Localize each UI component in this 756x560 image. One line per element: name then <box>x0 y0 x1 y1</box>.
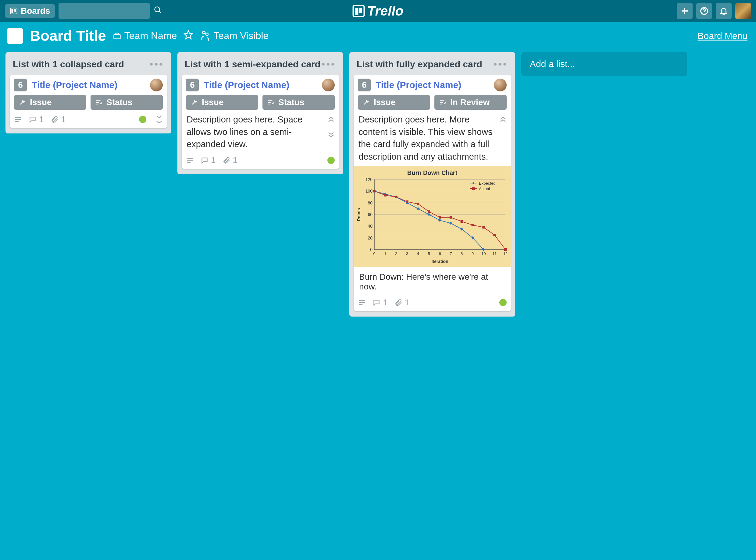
svg-text:9: 9 <box>471 252 474 256</box>
card-description: Description goes here. Space allows two … <box>186 113 335 151</box>
boards-button[interactable]: Boards <box>5 4 55 18</box>
burn-down-chart: 0204060801001200123456789101112Iteration… <box>356 176 508 265</box>
notifications-button[interactable] <box>716 3 732 19</box>
issue-badge[interactable]: Issue <box>14 95 86 110</box>
wrench-icon <box>191 99 197 106</box>
help-button[interactable] <box>696 3 712 19</box>
svg-rect-68 <box>471 224 474 226</box>
expand-toggle[interactable] <box>327 131 335 140</box>
status-badge[interactable]: Status <box>263 95 335 110</box>
issue-label: Issue <box>30 98 52 107</box>
svg-text:60: 60 <box>368 212 372 217</box>
card-title[interactable]: Title (Project Name) <box>32 80 145 90</box>
expand-toggle[interactable] <box>155 115 163 124</box>
list-header: List with fully expanded card ••• <box>354 56 511 71</box>
search-box <box>59 3 162 19</box>
topbar-right <box>677 3 751 19</box>
status-badge[interactable]: Status <box>91 95 163 110</box>
list-menu-button[interactable]: ••• <box>493 58 508 70</box>
card-title[interactable]: Title (Project Name) <box>375 80 489 90</box>
svg-rect-66 <box>450 216 452 219</box>
card-count-badge: 6 <box>14 79 27 92</box>
svg-text:Iteration: Iteration <box>431 259 448 264</box>
svg-text:8: 8 <box>461 252 463 256</box>
comments-count[interactable]: 1 <box>372 298 388 307</box>
star-button[interactable] <box>183 30 193 42</box>
app-logo[interactable]: Trello <box>352 3 403 19</box>
team-name-button[interactable]: Team Name <box>113 30 177 41</box>
list: List with 1 semi-expanded card ••• 6 Tit… <box>177 52 343 174</box>
svg-rect-59 <box>373 190 375 193</box>
assignee-avatar[interactable] <box>150 79 163 92</box>
list-title[interactable]: List with 1 collapsed card <box>13 59 124 69</box>
attachments-count[interactable]: 1 <box>394 298 410 307</box>
add-list-button[interactable]: Add a list... <box>521 52 687 76</box>
svg-text:10: 10 <box>481 252 486 256</box>
board-header: Board Title Team Name Team Visible Board… <box>0 22 756 48</box>
card-title[interactable]: Title (Project Name) <box>203 80 317 90</box>
card-footer: 1 1 <box>14 113 163 124</box>
svg-rect-62 <box>406 200 408 203</box>
board-title[interactable]: Board Title <box>30 27 106 44</box>
attachment-caption: Burn Down: Here's where we're at now. <box>358 271 507 293</box>
card[interactable]: 6 Title (Project Name) Issue Status Desc… <box>182 75 339 169</box>
team-icon <box>200 29 210 42</box>
assignee-avatar[interactable] <box>322 79 335 92</box>
paperclip-icon <box>51 116 59 123</box>
user-avatar[interactable] <box>735 3 751 19</box>
svg-text:3: 3 <box>406 252 408 256</box>
chevron-down-icon <box>155 115 163 119</box>
description-indicator-icon <box>14 116 22 123</box>
issue-badge[interactable]: Issue <box>186 95 258 110</box>
chart-attachment[interactable]: Burn Down Chart 020406080100120012345678… <box>354 166 511 267</box>
svg-rect-69 <box>482 226 485 229</box>
svg-text:120: 120 <box>366 177 373 182</box>
card-footer: 1 1 <box>186 154 335 165</box>
comments-count[interactable]: 1 <box>28 115 44 124</box>
list-header: List with 1 semi-expanded card ••• <box>182 56 339 71</box>
issue-badge[interactable]: Issue <box>358 95 430 110</box>
list-menu-button[interactable]: ••• <box>149 58 164 70</box>
chart-title: Burn Down Chart <box>356 169 508 176</box>
attachments-count[interactable]: 1 <box>222 155 238 165</box>
svg-text:Points: Points <box>356 208 361 221</box>
svg-line-4 <box>159 11 161 13</box>
status-label: Status <box>106 98 133 107</box>
visibility-button[interactable]: Team Visible <box>200 29 269 42</box>
card-badges: Issue In Review <box>358 95 507 110</box>
list-header: List with 1 collapsed card ••• <box>10 56 167 71</box>
collapse-toggle[interactable] <box>327 115 335 124</box>
star-icon <box>183 30 193 40</box>
svg-rect-65 <box>439 216 441 219</box>
comments-count[interactable]: 1 <box>200 155 216 165</box>
status-label: In Review <box>450 98 489 107</box>
chevron-up-double-icon <box>499 116 507 122</box>
status-badge[interactable]: In Review <box>434 95 507 110</box>
assignee-avatar[interactable] <box>494 79 507 92</box>
status-icon <box>439 99 446 106</box>
visibility-label: Team Visible <box>213 30 269 41</box>
list-menu-button[interactable]: ••• <box>321 58 336 70</box>
description-indicator-icon <box>186 156 194 164</box>
card-count-badge: 6 <box>186 79 199 92</box>
list-title[interactable]: List with fully expanded card <box>357 59 482 69</box>
board-icon[interactable] <box>7 28 23 44</box>
card[interactable]: 6 Title (Project Name) Issue Status <box>10 75 167 128</box>
status-label: Status <box>278 98 305 107</box>
attachments-count[interactable]: 1 <box>51 115 66 124</box>
card[interactable]: 6 Title (Project Name) Issue In Review D… <box>354 75 511 311</box>
issue-label: Issue <box>374 98 396 107</box>
svg-rect-60 <box>384 194 387 197</box>
card-header: 6 Title (Project Name) <box>14 79 163 92</box>
collapse-toggle[interactable] <box>499 115 507 124</box>
svg-text:1: 1 <box>384 252 386 256</box>
board-menu-link[interactable]: Board Menu <box>698 31 748 41</box>
search-icon[interactable] <box>154 6 162 17</box>
svg-rect-61 <box>395 196 398 198</box>
add-button[interactable] <box>677 3 693 19</box>
search-input[interactable] <box>59 3 150 19</box>
card-description: Description goes here. More content is v… <box>358 113 507 163</box>
list-title[interactable]: List with 1 semi-expanded card <box>185 59 321 69</box>
svg-rect-67 <box>461 220 463 223</box>
paperclip-icon <box>222 156 230 164</box>
